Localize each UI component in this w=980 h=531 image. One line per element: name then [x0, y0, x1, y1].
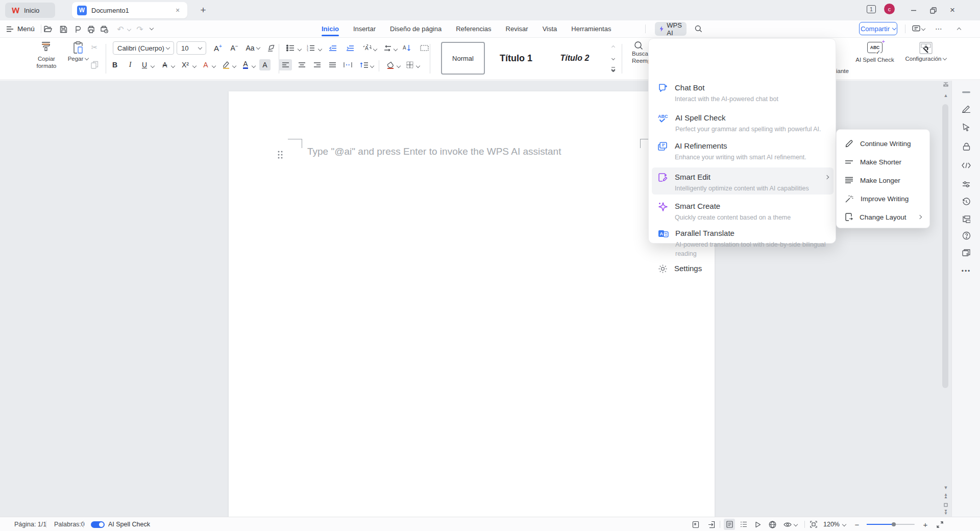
outline-tree-icon[interactable]	[961, 213, 972, 225]
ai-spell-check-button[interactable]: ABC ✓ + AI Spell Check	[851, 40, 898, 63]
menu-item-settings[interactable]: Settings	[649, 263, 837, 274]
lock-icon[interactable]	[961, 141, 972, 152]
quickbar-chevron-icon[interactable]	[150, 26, 154, 30]
search-icon[interactable]	[692, 22, 704, 35]
strikethrough-icon[interactable]: A	[158, 59, 172, 70]
text-effects-icon[interactable]: A	[199, 59, 212, 70]
tab-inicio[interactable]: Inicio	[321, 20, 340, 37]
menu-item-ai-refinements[interactable]: AI Refinements Enhance your writing with…	[649, 141, 837, 162]
menu-item-parallel-translate[interactable]: A Parallel Translate AI-powered translat…	[649, 228, 837, 258]
underline-chevron-icon[interactable]	[151, 64, 155, 68]
styles-more-icon[interactable]	[608, 64, 618, 75]
borders-icon[interactable]	[403, 59, 416, 70]
grow-font-icon[interactable]: A+	[211, 42, 225, 54]
justify-icon[interactable]	[326, 59, 339, 70]
ruler-toggle-icon[interactable]	[942, 81, 950, 88]
fit-page-icon[interactable]	[808, 519, 819, 530]
font-color-chevron-icon[interactable]	[252, 64, 256, 68]
adjust-settings-icon[interactable]	[961, 179, 972, 190]
minimize-icon[interactable]	[906, 4, 921, 17]
browse-object-icon[interactable]	[942, 501, 950, 509]
align-center-icon[interactable]	[295, 59, 308, 70]
previous-page-icon[interactable]: ▲▲	[942, 492, 950, 499]
code-icon[interactable]	[961, 160, 972, 171]
submenu-change-layout[interactable]: Change Layout	[841, 208, 926, 226]
truncated-button-label[interactable]: iante	[836, 67, 849, 75]
submenu-improve-writing[interactable]: Improve Writing	[841, 190, 926, 207]
sort-icon[interactable]: A	[400, 42, 413, 54]
numbered-list-icon[interactable]: 123	[304, 42, 317, 54]
ai-spell-check-toggle[interactable]	[91, 521, 105, 528]
underline-icon[interactable]: U	[138, 59, 151, 70]
redo-icon[interactable]: ↷	[134, 23, 146, 35]
clear-format-icon[interactable]	[264, 42, 278, 54]
outline-view-icon[interactable]	[738, 519, 749, 530]
align-left-icon[interactable]	[279, 59, 292, 70]
styles-scroll-up-icon[interactable]	[608, 42, 618, 52]
shrink-font-icon[interactable]: A−	[228, 42, 241, 54]
decrease-indent-icon[interactable]	[326, 42, 339, 54]
help-icon[interactable]	[961, 230, 972, 241]
bold-icon[interactable]: B	[108, 59, 121, 70]
read-mode-icon[interactable]	[752, 519, 764, 530]
font-family-select[interactable]: Calibri (Cuerpo)	[113, 41, 174, 55]
window-count-badge[interactable]: 1	[867, 5, 876, 13]
formatting-marks-icon[interactable]	[418, 42, 431, 54]
zoom-chevron-icon[interactable]	[842, 522, 846, 526]
text-direction-chevron-icon[interactable]	[373, 47, 377, 51]
tab-diseno[interactable]: Diseño de página	[389, 20, 443, 37]
tab-revisar[interactable]: Revisar	[505, 20, 529, 37]
font-size-select[interactable]: 10	[177, 41, 206, 55]
restore-icon[interactable]	[926, 4, 940, 17]
open-file-icon[interactable]	[42, 23, 54, 35]
cut-icon[interactable]: ✂	[88, 42, 101, 53]
borders-chevron-icon[interactable]	[416, 64, 420, 68]
zoom-in-icon[interactable]: +	[920, 519, 931, 530]
text-effects-chevron-icon[interactable]	[212, 64, 216, 68]
highlight-chevron-icon[interactable]	[232, 64, 236, 68]
menu-item-smart-edit[interactable]: Smart Edit Intelligently optimize conten…	[649, 172, 837, 193]
scrollbar-thumb[interactable]	[942, 104, 948, 388]
tab-vista[interactable]: Vista	[542, 20, 558, 37]
document-tab[interactable]: W Documento1 ×	[72, 2, 187, 18]
page-view-icon[interactable]	[724, 519, 735, 530]
font-color-icon[interactable]: A	[239, 59, 252, 70]
style-normal[interactable]: Normal	[441, 42, 485, 75]
undo-chevron-icon[interactable]	[127, 27, 131, 31]
history-icon[interactable]	[961, 196, 972, 207]
copy-icon[interactable]	[88, 59, 101, 70]
scroll-up-icon[interactable]: ▲	[942, 92, 950, 99]
paste-button[interactable]: Pegar	[66, 40, 90, 62]
share-button[interactable]: Compartir	[859, 22, 897, 35]
line-spacing-icon[interactable]	[357, 59, 371, 70]
line-spacing-chevron-icon[interactable]	[370, 64, 374, 68]
tab-wps-ai[interactable]: WPS AI	[655, 22, 687, 36]
collapse-panel-icon[interactable]	[961, 87, 972, 98]
submenu-continue-writing[interactable]: Continue Writing	[841, 135, 926, 152]
select-cursor-icon[interactable]	[961, 122, 972, 133]
ltr-rtl-chevron-icon[interactable]	[394, 47, 398, 51]
scroll-down-icon[interactable]: ▼	[942, 484, 950, 491]
eye-icon[interactable]	[782, 519, 793, 530]
distribute-icon[interactable]	[341, 59, 354, 70]
configuracion-button[interactable]: Configuración	[900, 40, 951, 62]
strikethrough-chevron-icon[interactable]	[171, 64, 175, 68]
comment-icon[interactable]	[910, 22, 922, 35]
print-icon[interactable]	[85, 23, 97, 35]
new-tab-button[interactable]: +	[197, 4, 209, 16]
print-preview-icon[interactable]	[98, 23, 110, 35]
next-page-icon[interactable]: ▼▼	[942, 509, 950, 516]
menu-item-smart-create[interactable]: Smart Create Quickly create content base…	[649, 201, 837, 222]
zoom-value[interactable]: 120%	[823, 521, 840, 528]
save-icon[interactable]	[57, 23, 69, 35]
web-layout-icon[interactable]	[767, 519, 778, 530]
shading-icon[interactable]	[384, 59, 397, 70]
highlight-color-icon[interactable]	[219, 59, 233, 70]
style-titulo2[interactable]: Título 2	[547, 42, 602, 75]
submenu-make-shorter[interactable]: Make Shorter	[841, 153, 926, 171]
align-right-icon[interactable]	[310, 59, 324, 70]
numbered-list-chevron-icon[interactable]	[318, 47, 322, 51]
ltr-rtl-icon[interactable]	[381, 42, 394, 54]
edit-pen-icon[interactable]	[961, 103, 972, 114]
menu-item-ai-spell-check[interactable]: ABC AI Spell Check Perfect your grammar …	[649, 113, 837, 134]
